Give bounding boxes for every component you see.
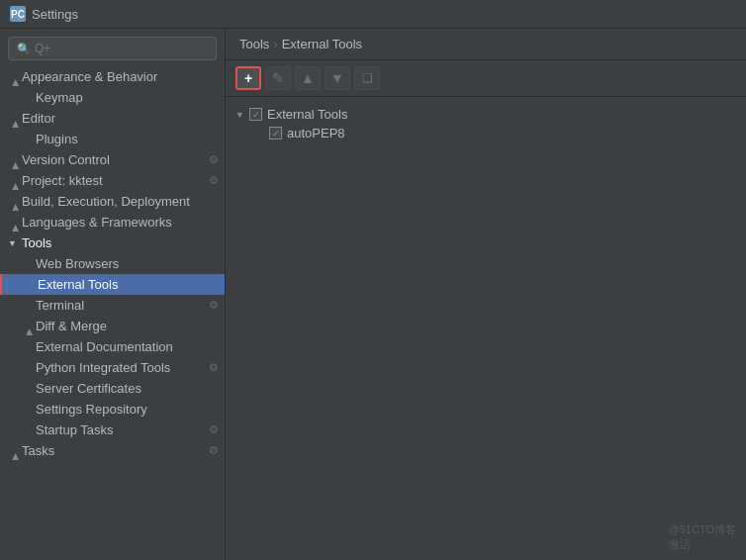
settings-icon: ⚙ xyxy=(209,174,219,187)
sidebar-item-external-docs[interactable]: External Documentation xyxy=(0,336,225,357)
arrow-icon: ▶ xyxy=(10,72,20,86)
sidebar-item-label: Build, Execution, Deployment xyxy=(22,194,225,209)
sidebar-item-editor[interactable]: ▶ Editor xyxy=(0,108,225,129)
arrow-icon: ▶ xyxy=(10,446,20,460)
sidebar: 🔍 ▶ Appearance & Behavior Keymap ▶ Edito… xyxy=(0,29,226,560)
arrow-icon: ▶ xyxy=(10,114,20,128)
app-icon: PC xyxy=(10,6,26,22)
sidebar-item-settings-repo[interactable]: Settings Repository xyxy=(0,399,225,420)
sidebar-item-tools[interactable]: ▼ Tools xyxy=(0,233,225,253)
sidebar-item-appearance[interactable]: ▶ Appearance & Behavior xyxy=(0,66,225,87)
sidebar-item-version-control[interactable]: ▶ Version Control ⚙ xyxy=(0,149,225,170)
content-area: Tools › External Tools + ✎ ▲ ▼ ❑ ▼ xyxy=(226,29,746,560)
breadcrumb-current: External Tools xyxy=(282,37,362,51)
sidebar-item-label: Version Control xyxy=(22,152,209,167)
content-tree-child-label: autoPEP8 xyxy=(287,126,345,140)
sidebar-item-project[interactable]: ▶ Project: kktest ⚙ xyxy=(0,170,225,191)
sidebar-item-terminal[interactable]: Terminal ⚙ xyxy=(0,295,225,316)
copy-icon: ❑ xyxy=(362,71,373,85)
sidebar-item-label: Plugins xyxy=(36,132,225,146)
settings-icon: ⚙ xyxy=(209,299,219,312)
sidebar-item-label: Keymap xyxy=(36,90,225,105)
sidebar-item-label: External Tools xyxy=(38,277,225,292)
settings-icon: ⚙ xyxy=(209,444,219,457)
sidebar-tree: ▶ Appearance & Behavior Keymap ▶ Editor … xyxy=(0,66,225,560)
sidebar-item-web-browsers[interactable]: Web Browsers xyxy=(0,253,225,274)
edit-icon: ✎ xyxy=(272,70,284,86)
edit-button[interactable]: ✎ xyxy=(265,66,291,90)
sidebar-item-external-tools[interactable]: External Tools xyxy=(0,274,225,295)
arrow-icon: ▶ xyxy=(10,155,20,169)
sidebar-item-build[interactable]: ▶ Build, Execution, Deployment xyxy=(0,191,225,212)
content-tree-child-autopep8: autoPEP8 xyxy=(235,124,736,142)
window-title: Settings xyxy=(32,7,78,22)
sidebar-item-label: Editor xyxy=(22,111,225,126)
toolbar: + ✎ ▲ ▼ ❑ xyxy=(226,60,746,97)
search-input[interactable] xyxy=(35,42,208,55)
add-button[interactable]: + xyxy=(235,66,261,90)
sidebar-item-label: Tools xyxy=(22,235,225,250)
search-box[interactable]: 🔍 xyxy=(8,37,217,60)
arrow-icon: ▼ xyxy=(8,238,22,248)
arrow-icon: ▶ xyxy=(10,197,20,211)
sidebar-item-label: Python Integrated Tools xyxy=(36,360,209,375)
sidebar-item-label: Startup Tasks xyxy=(36,422,209,437)
sidebar-item-label: Terminal xyxy=(36,298,209,313)
sidebar-item-languages[interactable]: ▶ Languages & Frameworks xyxy=(0,212,225,233)
settings-icon: ⚙ xyxy=(209,153,219,166)
sidebar-item-tasks[interactable]: ▶ Tasks ⚙ xyxy=(0,440,225,461)
move-down-button[interactable]: ▼ xyxy=(325,66,350,90)
arrow-icon: ▶ xyxy=(10,218,20,232)
move-up-button[interactable]: ▲ xyxy=(295,66,321,90)
content-tree-root: ▼ External Tools xyxy=(235,105,736,124)
sidebar-item-startup-tasks[interactable]: Startup Tasks ⚙ xyxy=(0,420,225,440)
settings-icon: ⚙ xyxy=(209,423,219,436)
sidebar-item-label: Tasks xyxy=(22,443,209,458)
sidebar-item-label: Settings Repository xyxy=(36,402,225,417)
breadcrumb: Tools › External Tools xyxy=(226,29,746,60)
main-layout: 🔍 ▶ Appearance & Behavior Keymap ▶ Edito… xyxy=(0,29,746,560)
content-arrow-icon: ▼ xyxy=(235,110,249,120)
plus-icon: + xyxy=(244,70,252,86)
sidebar-item-server-certs[interactable]: Server Certificates xyxy=(0,378,225,399)
content-tree: ▼ External Tools autoPEP8 xyxy=(226,97,746,560)
content-tree-root-label: External Tools xyxy=(267,107,347,122)
up-arrow-icon: ▲ xyxy=(301,70,315,86)
watermark: @51CTO博客激活 xyxy=(669,522,736,552)
settings-icon: ⚙ xyxy=(209,361,219,374)
sidebar-item-label: Diff & Merge xyxy=(36,319,225,333)
sidebar-item-plugins[interactable]: Plugins xyxy=(0,129,225,149)
arrow-icon: ▶ xyxy=(10,176,20,190)
sidebar-item-python-tools[interactable]: Python Integrated Tools ⚙ xyxy=(0,357,225,378)
breadcrumb-parent: Tools xyxy=(239,37,269,51)
sidebar-item-label: Server Certificates xyxy=(36,381,225,396)
external-tools-checkbox[interactable] xyxy=(249,108,262,121)
autopep8-checkbox[interactable] xyxy=(269,127,282,140)
sidebar-item-label: Languages & Frameworks xyxy=(22,215,225,230)
copy-button[interactable]: ❑ xyxy=(354,66,380,90)
down-arrow-icon: ▼ xyxy=(330,70,344,86)
title-bar: PC Settings xyxy=(0,0,746,29)
sidebar-item-label: External Documentation xyxy=(36,339,225,354)
sidebar-item-keymap[interactable]: Keymap xyxy=(0,87,225,108)
arrow-icon: ▶ xyxy=(24,322,34,335)
search-icon: 🔍 xyxy=(17,43,31,55)
breadcrumb-separator: › xyxy=(273,37,277,51)
sidebar-item-label: Web Browsers xyxy=(36,256,225,271)
sidebar-item-label: Project: kktest xyxy=(22,173,209,188)
sidebar-item-diff-merge[interactable]: ▶ Diff & Merge xyxy=(0,316,225,336)
sidebar-item-label: Appearance & Behavior xyxy=(22,69,225,84)
